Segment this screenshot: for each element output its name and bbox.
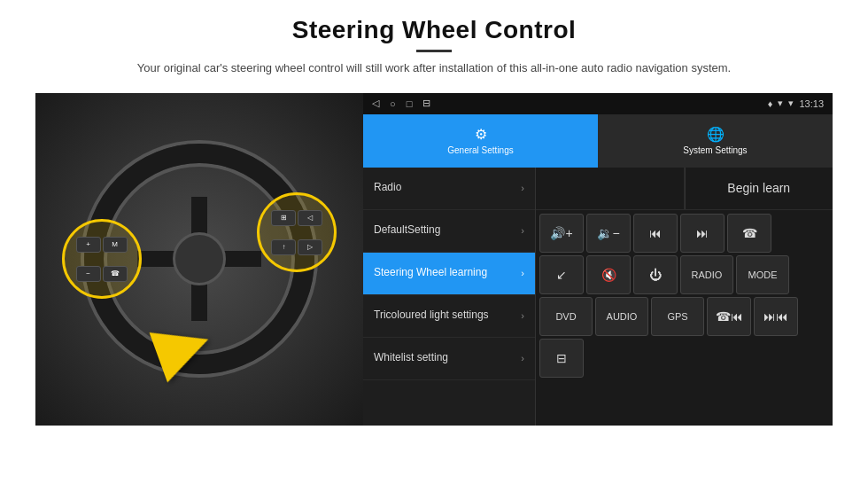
prev-track-button[interactable]: ⏮ <box>633 214 678 253</box>
button-grid: 🔊+ 🔉− ⏮ ⏭ ☎ ↙ 🔇 ⏻ RADIO MODE <box>536 210 833 381</box>
menu-item-radio-label: Radio <box>374 181 401 195</box>
whitelist-icon: ⊟ <box>556 351 567 365</box>
vol-up-button[interactable]: 🔊+ <box>539 214 584 253</box>
general-settings-icon: ⚙ <box>475 126 487 143</box>
sw-btn-mode[interactable]: M <box>103 237 128 253</box>
begin-learn-button[interactable]: Begin learn <box>685 168 833 209</box>
sw-btn-plus[interactable]: + <box>76 237 101 253</box>
power-icon: ⏻ <box>649 268 662 282</box>
answer-icon: ↙ <box>556 268 567 282</box>
android-ui-panel: ◁ ○ □ ⊟ ♦ ▾ ▾ 13:13 ⚙ General Settings <box>363 93 833 426</box>
menu-item-steering-label: Steering Wheel learning <box>374 266 487 280</box>
combo-button[interactable]: ⏭⏮ <box>754 297 798 336</box>
tab-bar: ⚙ General Settings 🌐 System Settings <box>363 114 833 168</box>
clock: 13:13 <box>799 98 824 109</box>
vol-down-icon: 🔉− <box>597 226 619 240</box>
menu-item-whitelist[interactable]: Whitelist setting › <box>363 338 535 380</box>
audio-label: AUDIO <box>607 311 638 322</box>
left-button-circle: + M − ☎ <box>62 219 142 299</box>
back-icon[interactable]: ◁ <box>372 98 379 109</box>
radio-label: RADIO <box>692 270 723 280</box>
steering-wheel-panel: + M − ☎ ⊞ ◁ ↑ ▷ <box>35 93 363 426</box>
arrow-indicator <box>157 322 210 375</box>
menu-item-default[interactable]: DefaultSetting › <box>363 210 535 253</box>
title-section: Steering Wheel Control Your original car… <box>137 16 731 77</box>
dvd-button[interactable]: DVD <box>539 297 593 336</box>
arrow-shape <box>149 315 217 383</box>
sw-btn-call[interactable]: ☎ <box>103 266 128 282</box>
gps-button[interactable]: GPS <box>651 297 704 336</box>
content-area: + M − ☎ ⊞ ◁ ↑ ▷ <box>35 93 833 426</box>
menu-item-default-label: DefaultSetting <box>374 223 440 238</box>
right-button-circle: ⊞ ◁ ↑ ▷ <box>257 192 337 272</box>
phone-icon: ☎ <box>742 226 757 240</box>
tab-general-label: General Settings <box>447 145 514 155</box>
mode-button[interactable]: MODE <box>736 255 789 294</box>
phone-prev-icon: ☎⏮ <box>716 309 743 324</box>
sw-btn-next[interactable]: ▷ <box>298 239 322 255</box>
next-track-icon: ⏭ <box>696 226 709 240</box>
menu-item-tricolour-label: Tricoloured light settings <box>374 309 489 323</box>
page-title: Steering Wheel Control <box>137 16 731 44</box>
button-row-1: 🔊+ 🔉− ⏮ ⏭ ☎ <box>539 214 829 253</box>
menu-item-steering[interactable]: Steering Wheel learning › <box>363 253 535 295</box>
radio-empty-box <box>536 168 685 209</box>
tab-system-settings[interactable]: 🌐 System Settings <box>598 114 833 168</box>
combo-icon: ⏭⏮ <box>763 309 788 324</box>
control-area: Begin learn 🔊+ 🔉− ⏮ ⏭ ☎ <box>536 168 833 426</box>
power-button[interactable]: ⏻ <box>633 255 678 294</box>
radio-row: Begin learn <box>536 168 833 210</box>
location-icon: ♦ <box>768 98 773 109</box>
settings-area: Radio › DefaultSetting › Steering Wheel … <box>363 168 833 426</box>
mode-label: MODE <box>748 270 778 280</box>
wifi-icon: ▾ <box>788 98 794 109</box>
button-row-3: DVD AUDIO GPS ☎⏮ ⏭⏮ <box>539 297 829 336</box>
next-track-button[interactable]: ⏭ <box>680 214 725 253</box>
button-row-2: ↙ 🔇 ⏻ RADIO MODE <box>539 255 829 294</box>
answer-button[interactable]: ↙ <box>539 255 584 294</box>
sw-btn-src[interactable]: ↑ <box>271 239 296 255</box>
title-divider <box>416 50 452 52</box>
audio-button[interactable]: AUDIO <box>595 297 648 336</box>
phone-prev-button[interactable]: ☎⏮ <box>707 297 751 336</box>
sw-btn-media[interactable]: ⊞ <box>271 210 296 226</box>
nav-icons: ◁ ○ □ ⊟ <box>372 98 430 109</box>
menu-item-tricolour[interactable]: Tricoloured light settings › <box>363 295 535 338</box>
tab-general-settings[interactable]: ⚙ General Settings <box>363 114 598 168</box>
button-row-4: ⊟ <box>539 339 829 378</box>
chevron-icon-radio: › <box>521 183 524 193</box>
dvd-label: DVD <box>555 311 576 322</box>
mute-icon: 🔇 <box>601 268 616 282</box>
page-subtitle: Your original car's steering wheel contr… <box>137 59 731 77</box>
mute-button[interactable]: 🔇 <box>586 255 631 294</box>
signal-icon: ▾ <box>778 98 783 109</box>
steering-wheel-image: + M − ☎ ⊞ ◁ ↑ ▷ <box>35 93 363 426</box>
begin-learn-label: Begin learn <box>727 181 790 195</box>
menu-item-radio[interactable]: Radio › <box>363 168 535 210</box>
system-settings-icon: 🌐 <box>707 126 725 143</box>
chevron-icon-tricolour: › <box>521 310 524 321</box>
phone-button[interactable]: ☎ <box>727 214 771 253</box>
vol-down-button[interactable]: 🔉− <box>586 214 631 253</box>
chevron-icon-steering: › <box>521 268 524 278</box>
menu-list: Radio › DefaultSetting › Steering Wheel … <box>363 168 536 426</box>
menu-item-whitelist-label: Whitelist setting <box>374 351 448 365</box>
whitelist-icon-button[interactable]: ⊟ <box>539 339 584 378</box>
page-wrapper: Steering Wheel Control Your original car… <box>0 0 868 500</box>
prev-track-icon: ⏮ <box>649 226 662 240</box>
tab-system-label: System Settings <box>683 145 747 155</box>
recents-icon[interactable]: □ <box>407 98 413 109</box>
chevron-icon-whitelist: › <box>521 353 524 363</box>
gps-label: GPS <box>667 311 687 322</box>
steering-wheel-center <box>173 232 226 285</box>
chevron-icon-default: › <box>521 225 524 236</box>
status-bar: ◁ ○ □ ⊟ ♦ ▾ ▾ 13:13 <box>363 93 833 114</box>
menu-icon[interactable]: ⊟ <box>422 98 430 109</box>
sw-btn-minus[interactable]: − <box>76 266 101 282</box>
status-right: ♦ ▾ ▾ 13:13 <box>768 98 824 109</box>
sw-btn-prev[interactable]: ◁ <box>298 210 322 226</box>
vol-up-icon: 🔊+ <box>550 226 572 240</box>
radio-button[interactable]: RADIO <box>680 255 733 294</box>
home-icon[interactable]: ○ <box>390 98 396 109</box>
